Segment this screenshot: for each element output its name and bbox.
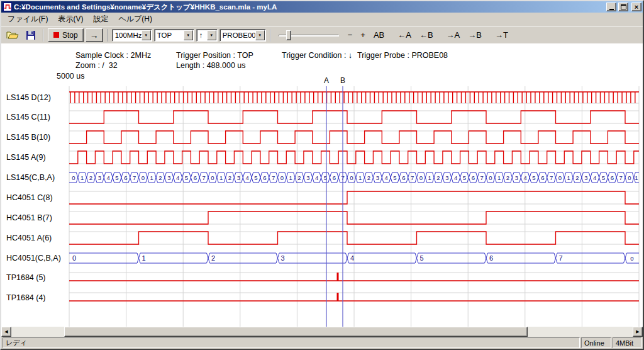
zoom-slider-thumb[interactable]: [286, 30, 291, 40]
chevron-down-icon[interactable]: ▼: [255, 30, 265, 40]
floppy-disk-icon: [26, 30, 36, 40]
menu-view[interactable]: 表示(V): [53, 13, 88, 26]
goto-a-right-button[interactable]: →A: [443, 29, 464, 41]
chevron-down-icon[interactable]: ▼: [142, 30, 151, 40]
trigger-position-value: TOP: [155, 31, 184, 39]
open-button[interactable]: [4, 28, 21, 42]
close-icon: ×: [635, 4, 638, 11]
bus-value: 4: [350, 254, 354, 262]
bus-value: 3: [306, 174, 309, 181]
bus-value: 5: [420, 254, 424, 262]
bus-value: 6: [541, 174, 544, 181]
bus-value: 4: [176, 174, 179, 181]
channel-label: LS145(C,B,A): [6, 173, 55, 182]
channel-label: HC4051(C,B,A): [6, 254, 61, 262]
zoom-slider[interactable]: [277, 29, 340, 42]
minimize-button[interactable]: [606, 3, 616, 11]
goto-b-right-button[interactable]: →B: [465, 29, 485, 41]
bus-value: 7: [550, 174, 553, 181]
trigger-position-text: Trigger Position : TOP: [176, 51, 253, 60]
bus-value: 4: [454, 174, 457, 181]
bus-value: 2: [211, 254, 215, 262]
status-ready: レディ: [3, 337, 580, 348]
bus-value: 4: [315, 174, 318, 181]
bus-value: 3: [515, 174, 518, 181]
time-scale-label: 5000 us: [57, 72, 84, 81]
bus-value: 0: [72, 174, 75, 181]
menu-help[interactable]: ヘルプ(H): [113, 13, 157, 26]
zoom-out-button[interactable]: −: [345, 29, 356, 41]
bus-value: 5: [602, 174, 605, 181]
bus-value: 2: [436, 174, 440, 181]
bus-value: 1: [358, 174, 362, 181]
bus-value: 4: [385, 174, 388, 181]
channel-label: HC4051 C(8): [6, 193, 53, 202]
goto-trigger-button[interactable]: →T: [492, 29, 511, 41]
bus-value: 1: [142, 254, 146, 262]
stop-icon: [53, 32, 59, 38]
bus-value: 0: [72, 254, 76, 262]
maximize-icon: [621, 4, 626, 9]
bus-value: 6: [194, 174, 197, 181]
bus-value: 4: [524, 174, 527, 181]
bus-value: 0: [142, 174, 145, 181]
scrollbar-track[interactable]: [11, 327, 633, 337]
app-window: C:¥Documents and Settings¥noname¥デスクトップ¥…: [0, 0, 644, 350]
channel-label: HC4051 B(7): [6, 213, 52, 222]
close-button[interactable]: ×: [631, 3, 641, 11]
maximize-button[interactable]: [618, 3, 628, 11]
bus-value: 0: [350, 174, 353, 181]
bus-value: 7: [133, 174, 136, 181]
open-folder-icon: [6, 30, 19, 40]
goto-a-left-button[interactable]: ←A: [394, 29, 414, 41]
menu-settings[interactable]: 設定: [88, 13, 113, 26]
status-online: Online: [581, 337, 611, 348]
sample-clock-select[interactable]: 100MHz ▼: [112, 29, 152, 42]
chevron-down-icon[interactable]: ▼: [207, 30, 216, 40]
trigger-edge-select[interactable]: ↑ ▼: [196, 29, 218, 42]
channel-label: LS145 D(12): [6, 93, 51, 102]
bus-value: 0: [489, 174, 492, 181]
signal-pulse: [337, 273, 339, 281]
goto-b-left-button[interactable]: ←B: [416, 29, 436, 41]
bus-value: 1: [219, 174, 223, 181]
save-button[interactable]: [23, 28, 39, 42]
bus-value: 5: [532, 174, 535, 181]
bus-value: 7: [411, 174, 414, 181]
bus-value: 3: [584, 174, 587, 181]
waveform-area[interactable]: LS145 D(12)LS145 C(11)LS145 B(10)LS145 A…: [1, 43, 643, 329]
menu-file[interactable]: ファイル(F): [3, 13, 53, 26]
trigger-edge-value: ↑: [197, 31, 207, 39]
run-button[interactable]: →: [86, 28, 103, 42]
bus-value: 6: [263, 174, 266, 181]
bus-value: 0: [280, 174, 284, 181]
channel-label: TP1684 (4): [6, 293, 46, 302]
channel-label: LS145 C(11): [6, 113, 50, 121]
bus-value: 6: [333, 174, 336, 181]
bus-value: 2: [575, 174, 579, 181]
stop-button[interactable]: Stop: [48, 28, 84, 42]
titlebar: C:¥Documents and Settings¥noname¥デスクトップ¥…: [1, 1, 643, 13]
zoom-in-button[interactable]: +: [357, 29, 369, 41]
trigger-position-select[interactable]: TOP ▼: [154, 29, 194, 42]
scrollbar-thumb[interactable]: [64, 327, 528, 337]
bus-value: 7: [272, 174, 275, 181]
ab-button[interactable]: AB: [370, 29, 387, 41]
bus-value: 1: [567, 174, 570, 181]
horizontal-scrollbar[interactable]: ◀ ▶: [1, 327, 643, 337]
bus-value: 3: [237, 174, 240, 181]
bus-value: 3: [376, 174, 379, 181]
bus-value: 7: [619, 174, 622, 181]
channel-label: LS145 A(9): [6, 153, 46, 162]
trigger-probe-select[interactable]: PROBE00 ▼: [219, 29, 266, 42]
bus-value: 2: [228, 174, 231, 181]
marker-label: B: [340, 76, 345, 85]
stop-label: Stop: [62, 31, 78, 40]
channel-label: TP1684 (5): [6, 273, 46, 282]
trigger-probe-text: Trigger Probe : PROBE08: [357, 51, 448, 60]
sample-clock-value: 100MHz: [113, 31, 142, 39]
bus-value: 3: [98, 174, 101, 181]
bus-value: 3: [167, 174, 170, 181]
bus-value: 7: [480, 174, 483, 181]
chevron-down-icon[interactable]: ▼: [184, 30, 193, 40]
